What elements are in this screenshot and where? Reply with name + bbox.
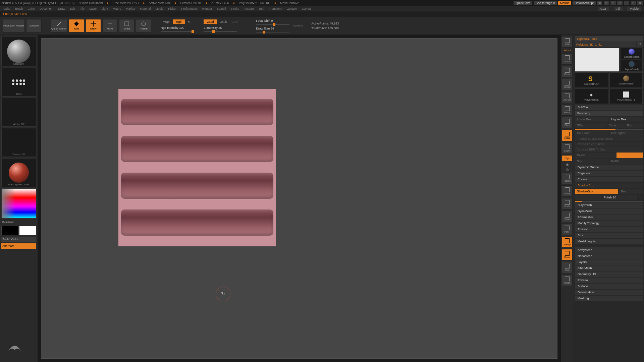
res-slider[interactable]: Res bbox=[619, 189, 643, 194]
minimize-icon[interactable]: − bbox=[624, 1, 629, 5]
rebv-button[interactable]: ReBV bbox=[609, 159, 643, 164]
tool-eraserbrush[interactable]: EraserBrush bbox=[609, 72, 643, 88]
local-button[interactable]: Local bbox=[562, 130, 573, 141]
menu-file[interactable]: File bbox=[80, 7, 85, 10]
zadd-toggle[interactable]: Zadd bbox=[204, 19, 217, 24]
win-icon[interactable]: ▦ bbox=[597, 1, 602, 5]
tool-simplebrush[interactable]: S SimpleBrush bbox=[575, 72, 608, 88]
m-toggle[interactable]: M bbox=[186, 19, 193, 24]
zoom-button[interactable]: Zoom bbox=[562, 66, 573, 77]
color-picker[interactable] bbox=[1, 188, 36, 219]
gradient-label[interactable]: Gradient bbox=[1, 220, 36, 225]
menu-stroke[interactable]: Stroke bbox=[230, 7, 239, 10]
menu-stencil[interactable]: Stencil bbox=[217, 7, 226, 10]
spix-slider[interactable]: SPix 3 bbox=[563, 49, 571, 52]
z-intensity-slider[interactable]: Z Intensity 25 bbox=[204, 26, 240, 32]
visible-button[interactable]: Visible bbox=[627, 7, 641, 11]
solo-button[interactable]: Solo bbox=[562, 262, 573, 273]
menu-zscript[interactable]: Zscript bbox=[302, 7, 311, 10]
projection-master-button[interactable]: Projection Master bbox=[3, 19, 25, 33]
persp-button[interactable]: Persp bbox=[562, 104, 573, 116]
focal-shift-slider[interactable]: Focal Shift 0 bbox=[256, 19, 289, 25]
menu-preferences[interactable]: Preferences bbox=[181, 7, 198, 10]
zcut-toggle[interactable]: Zcut bbox=[230, 19, 240, 24]
menu-tool[interactable]: Tool bbox=[259, 7, 264, 10]
menu-render[interactable]: Render bbox=[202, 7, 212, 10]
move-nav-button[interactable]: Move bbox=[562, 185, 573, 197]
aahalf-button[interactable]: AAHalf bbox=[562, 92, 573, 103]
smt-toggle[interactable] bbox=[616, 153, 643, 158]
layers-section[interactable]: Layers bbox=[575, 259, 643, 265]
rgb-intensity-slider[interactable]: Rgb Intensity 100 bbox=[161, 26, 194, 32]
cage-button[interactable]: Cage bbox=[607, 123, 625, 128]
xpose-button[interactable]: Xpose bbox=[562, 275, 573, 286]
alternate-button[interactable]: Alternate bbox=[1, 243, 36, 249]
masking-section[interactable]: Masking bbox=[575, 296, 643, 301]
size-section[interactable]: Size bbox=[575, 233, 643, 238]
suv-button[interactable]: Suv bbox=[575, 159, 608, 164]
scale-button[interactable]: Scale bbox=[119, 19, 135, 33]
del-lower-button[interactable]: Del Lower bbox=[575, 130, 608, 136]
rgb-toggle[interactable]: Rgb bbox=[173, 19, 185, 24]
scroll-button[interactable]: Scroll bbox=[562, 53, 573, 65]
menu-light[interactable]: Light bbox=[102, 7, 108, 10]
geometry-header[interactable]: Geometry bbox=[575, 111, 643, 116]
xyz-button[interactable]: Xyz bbox=[562, 155, 573, 161]
color-swatches[interactable] bbox=[1, 226, 36, 235]
seethrough-slider[interactable]: See-through 0 bbox=[534, 1, 557, 5]
current-tool-preview[interactable] bbox=[575, 48, 620, 72]
position-section[interactable]: Position bbox=[575, 227, 643, 232]
mrgb-toggle[interactable]: Mrgb bbox=[161, 19, 172, 24]
convert-bpr-button[interactable]: Convert BPR To Geo bbox=[575, 147, 643, 152]
ghost-button[interactable]: Ghost bbox=[562, 249, 573, 260]
dynamesh-section[interactable]: DynaMesh bbox=[575, 208, 643, 214]
shadowbox-section[interactable]: ShadowBox bbox=[575, 183, 643, 188]
win-icon[interactable]: ▢ bbox=[610, 1, 616, 5]
win-icon[interactable]: ▢ bbox=[617, 1, 623, 5]
modify-topology-section[interactable]: Modify Topology bbox=[575, 221, 643, 226]
default-zscript[interactable]: DefaultZScript bbox=[573, 1, 596, 5]
menu-transform[interactable]: Transform bbox=[269, 7, 282, 10]
del-higher-button[interactable]: Del Higher bbox=[609, 130, 643, 136]
tool-spherebrush[interactable]: SphereBrush bbox=[621, 48, 643, 59]
m-icon[interactable]: ◎ bbox=[566, 168, 569, 171]
all-button[interactable]: All bbox=[614, 7, 623, 11]
texture-slot[interactable]: Texture Off bbox=[1, 128, 36, 157]
draw-button[interactable]: Draw bbox=[86, 19, 101, 33]
freeze-subdiv-button[interactable]: Freeze SubDivision Levels bbox=[575, 136, 643, 141]
menu-color[interactable]: Color bbox=[28, 7, 35, 10]
win-icon[interactable]: ▢ bbox=[604, 1, 609, 5]
geometry-hd-section[interactable]: Geometry HD bbox=[575, 272, 643, 277]
alpha-slot[interactable]: Alpha Off bbox=[1, 98, 36, 127]
tool-alphabrush[interactable]: AlphaBrush bbox=[621, 60, 643, 72]
menu-marker[interactable]: Marker bbox=[126, 7, 135, 10]
crease-section[interactable]: Crease bbox=[575, 177, 643, 182]
claypolish-section[interactable]: ClayPolish bbox=[575, 202, 643, 208]
tool-polymesh3d[interactable]: ✦ PolyMesh3D bbox=[575, 88, 608, 104]
goz-button[interactable]: GoZ bbox=[598, 7, 609, 11]
quick-sketch-button[interactable]: Quick Sketch bbox=[51, 19, 67, 33]
lightbox-button[interactable]: LightBox bbox=[26, 19, 42, 33]
menu-material[interactable]: Material bbox=[140, 7, 151, 10]
quicksave-button[interactable]: QuickSave bbox=[514, 1, 532, 5]
bpr-button[interactable]: BPR bbox=[562, 36, 573, 48]
surface-section[interactable]: Surface bbox=[575, 284, 643, 289]
sdiv-slider[interactable]: SDiv bbox=[575, 123, 606, 128]
brush-slot[interactable]: Standard bbox=[1, 36, 36, 66]
maximize-icon[interactable]: □ bbox=[631, 1, 636, 5]
zsub-toggle[interactable]: Zsub bbox=[218, 19, 229, 24]
menu-macro[interactable]: Macro bbox=[113, 7, 121, 10]
menu-movie[interactable]: Movie bbox=[155, 7, 163, 10]
move-button[interactable]: Move bbox=[102, 19, 118, 33]
edgeloop-section[interactable]: EdgeLoop bbox=[575, 171, 643, 176]
r-button[interactable]: R bbox=[637, 42, 643, 47]
reconstruct-subdiv-button[interactable]: Reconstruct Subdiv bbox=[575, 142, 643, 146]
frame-button[interactable]: Frame bbox=[562, 173, 573, 184]
rstr-button[interactable]: Rstr bbox=[625, 123, 643, 128]
menu-brush[interactable]: Brush bbox=[15, 7, 23, 10]
menu-zplugin[interactable]: Zplugin bbox=[287, 7, 297, 10]
menu-picker[interactable]: Picker bbox=[168, 7, 176, 10]
material-slot[interactable]: MatCap Red Wax bbox=[1, 158, 36, 187]
close-icon[interactable]: ✕ bbox=[637, 1, 643, 5]
lower-res-button[interactable]: Lower Res bbox=[575, 117, 608, 122]
